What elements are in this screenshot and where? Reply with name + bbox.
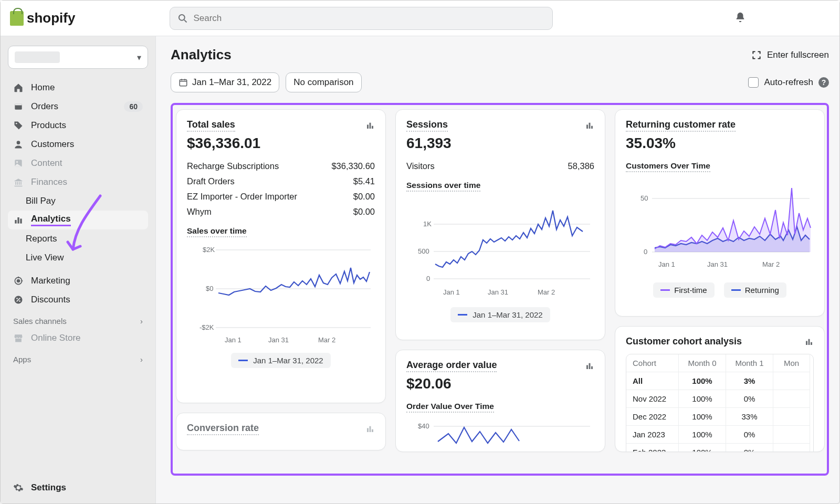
store-selector[interactable]: ▾ bbox=[8, 46, 148, 69]
card-cohort-analysis[interactable]: Customer cohort analysis CohortMonth 0Mo… bbox=[615, 326, 825, 452]
auto-refresh-checkbox[interactable] bbox=[748, 77, 759, 88]
card-total-sales[interactable]: Total sales $36,336.01 Recharge Subscrip… bbox=[176, 109, 386, 403]
sidebar-label: Products bbox=[31, 120, 66, 131]
svg-rect-10 bbox=[20, 219, 22, 224]
date-range-button[interactable]: Jan 1–Mar 31, 2022 bbox=[171, 72, 279, 92]
sidebar-item-analytics[interactable]: Analytics bbox=[8, 211, 148, 229]
bar-chart-icon[interactable] bbox=[365, 121, 375, 130]
dashboard-highlight-frame: Total sales $36,336.01 Recharge Subscrip… bbox=[171, 103, 829, 476]
chevron-right-icon: › bbox=[140, 355, 143, 364]
svg-rect-9 bbox=[17, 217, 19, 224]
apps-header[interactable]: Apps › bbox=[8, 348, 148, 367]
store-icon bbox=[13, 333, 24, 343]
svg-point-12 bbox=[17, 280, 20, 282]
orders-icon bbox=[13, 101, 24, 112]
page-title: Analytics bbox=[171, 47, 232, 63]
search-input[interactable] bbox=[193, 13, 545, 24]
sidebar-label: Reports bbox=[26, 234, 57, 244]
svg-rect-3 bbox=[15, 103, 22, 105]
chart-legend: Jan 1–Mar 31, 2022 bbox=[450, 307, 550, 322]
svg-text:-$2K: -$2K bbox=[200, 323, 214, 331]
bank-icon bbox=[13, 177, 24, 187]
card-conversion-rate[interactable]: Conversion rate bbox=[176, 413, 386, 450]
svg-point-5 bbox=[17, 141, 20, 144]
shopify-logo: shopify bbox=[10, 10, 75, 26]
svg-rect-58 bbox=[811, 342, 812, 345]
sidebar-item-marketing[interactable]: Marketing bbox=[8, 271, 148, 290]
fullscreen-icon bbox=[751, 50, 762, 60]
svg-rect-19 bbox=[372, 126, 373, 129]
svg-point-0 bbox=[179, 14, 185, 20]
svg-text:Jan 31: Jan 31 bbox=[268, 336, 289, 344]
svg-text:Mar 2: Mar 2 bbox=[318, 336, 335, 344]
svg-text:Jan 1: Jan 1 bbox=[443, 288, 460, 296]
bar-chart-icon[interactable] bbox=[365, 424, 375, 434]
sidebar-item-liveview[interactable]: Live View bbox=[8, 248, 148, 267]
sidebar-item-content[interactable]: Content bbox=[8, 154, 148, 173]
svg-rect-44 bbox=[586, 365, 588, 370]
svg-point-14 bbox=[16, 298, 18, 299]
svg-rect-34 bbox=[591, 126, 593, 129]
chart-legend: Jan 1–Mar 31, 2022 bbox=[231, 353, 330, 368]
sidebar-item-settings[interactable]: Settings bbox=[8, 477, 148, 498]
bar-chart-icon[interactable] bbox=[585, 121, 594, 130]
total-sales-value: $36,336.01 bbox=[187, 135, 375, 152]
sidebar-item-billpay[interactable]: Bill Pay bbox=[8, 192, 148, 211]
sidebar-label: Marketing bbox=[31, 276, 70, 286]
sidebar-item-customers[interactable]: Customers bbox=[8, 135, 148, 154]
auto-refresh-label: Auto-refresh bbox=[764, 77, 813, 88]
svg-rect-17 bbox=[367, 125, 369, 129]
svg-rect-56 bbox=[806, 341, 807, 345]
sales-channels-header[interactable]: Sales channels › bbox=[8, 309, 148, 329]
svg-rect-57 bbox=[808, 339, 810, 345]
svg-text:Jan 1: Jan 1 bbox=[658, 260, 675, 268]
chevron-down-icon: ▾ bbox=[137, 52, 141, 62]
svg-text:Jan 1: Jan 1 bbox=[225, 336, 242, 344]
svg-text:500: 500 bbox=[418, 247, 429, 255]
comparison-button[interactable]: No comparison bbox=[286, 72, 361, 92]
bag-icon bbox=[10, 11, 24, 26]
svg-rect-32 bbox=[586, 125, 588, 129]
svg-text:$2K: $2K bbox=[203, 246, 215, 254]
sidebar-item-finances[interactable]: Finances bbox=[8, 173, 148, 192]
svg-text:0: 0 bbox=[426, 275, 430, 282]
svg-text:$0: $0 bbox=[206, 285, 213, 292]
sidebar-item-reports[interactable]: Reports bbox=[8, 229, 148, 248]
svg-text:50: 50 bbox=[640, 194, 648, 202]
notifications-bell-icon[interactable] bbox=[734, 11, 746, 26]
sessions-chart: 1K 500 0 Jan 1 Jan 31 Mar 2 bbox=[406, 197, 594, 302]
chart-legend: First-time Returning bbox=[626, 282, 814, 298]
sidebar-item-online-store[interactable]: Online Store bbox=[8, 329, 148, 348]
svg-text:Jan 31: Jan 31 bbox=[488, 288, 508, 296]
bar-chart-icon[interactable] bbox=[804, 337, 814, 346]
sidebar-item-orders[interactable]: Orders 60 bbox=[8, 97, 148, 116]
sidebar-label: Home bbox=[31, 82, 55, 93]
home-icon bbox=[13, 82, 24, 93]
sidebar-label: Settings bbox=[31, 482, 66, 493]
card-returning-customer-rate[interactable]: Returning customer rate 35.03% Customers… bbox=[615, 109, 825, 317]
search-input-container[interactable] bbox=[170, 7, 553, 30]
svg-rect-18 bbox=[370, 123, 371, 129]
enter-fullscreen-button[interactable]: Enter fullscreen bbox=[751, 50, 829, 60]
brand-text: shopify bbox=[27, 10, 75, 26]
help-icon[interactable]: ? bbox=[818, 77, 829, 88]
sidebar-item-discounts[interactable]: Discounts bbox=[8, 290, 148, 309]
card-sessions[interactable]: Sessions 61,393 Visitors58,386 Sessions … bbox=[395, 109, 605, 340]
sidebar-item-home[interactable]: Home bbox=[8, 78, 148, 97]
tag-icon bbox=[13, 120, 24, 131]
svg-rect-30 bbox=[370, 426, 371, 432]
discount-icon bbox=[13, 295, 24, 305]
svg-rect-33 bbox=[589, 123, 591, 129]
sidebar-label: Content bbox=[31, 158, 62, 169]
svg-rect-29 bbox=[367, 428, 369, 433]
customers-over-time-chart: 50 0 Jan 1 Jan 31 bbox=[626, 177, 814, 277]
bar-chart-icon[interactable] bbox=[585, 361, 594, 371]
sessions-value: 61,393 bbox=[406, 135, 594, 152]
card-average-order-value[interactable]: Average order value $20.06 Order Value O… bbox=[395, 350, 605, 452]
store-name-placeholder bbox=[15, 51, 60, 63]
svg-text:Mar 2: Mar 2 bbox=[538, 288, 555, 296]
search-icon bbox=[177, 13, 188, 24]
cohort-table: CohortMonth 0Month 1Mon All100%3% Nov 20… bbox=[626, 354, 814, 452]
sidebar-item-products[interactable]: Products bbox=[8, 116, 148, 135]
svg-point-4 bbox=[16, 123, 17, 124]
